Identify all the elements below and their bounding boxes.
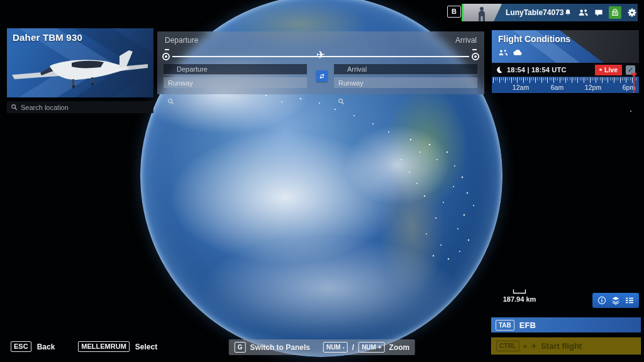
flight-conditions-panel[interactable]: Flight Conditions 18:54 | 18:54 UTC Live… (492, 30, 639, 93)
background-star (630, 111, 631, 112)
swap-arrows-icon (318, 72, 326, 80)
start-flight-button[interactable]: CTRL + ✈ Start flight (491, 337, 641, 354)
weather-cloud-icon (513, 49, 523, 56)
chat-icon[interactable] (594, 9, 603, 17)
live-label: Live (604, 66, 618, 74)
info-icon[interactable] (597, 296, 606, 305)
settings-gear-icon[interactable] (627, 8, 637, 18)
switch-to-panels-label: Switch to Panels (250, 343, 310, 352)
back-label: Back (37, 343, 55, 351)
timeline-label-12am: 12am (513, 84, 529, 91)
bottom-center-hints: G Switch to Panels NUM - / NUM + Zoom (229, 339, 415, 355)
aircraft-image (11, 45, 150, 97)
panels-key-hint: G (235, 342, 246, 353)
takeoff-plane-icon: ✈ (530, 341, 538, 351)
profile-key-hint: B (447, 6, 461, 18)
back-key-hint: ESC (11, 341, 31, 352)
departure-route-endpoint[interactable] (162, 53, 170, 60)
efb-key-hint: TAB (496, 320, 514, 331)
timeline-ticks (493, 77, 638, 83)
time-of-day-slider[interactable]: 12am 6am 12pm 6pm (492, 77, 639, 93)
multiplayer-icon (498, 49, 508, 56)
scale-distance-label: 187.94 km (491, 295, 548, 303)
timeline-current-marker[interactable] (633, 77, 635, 93)
departure-runway-input[interactable] (164, 77, 307, 88)
arrival-runway-input[interactable] (334, 77, 477, 88)
bottom-left-hints: ESC Back MELLEMRUM Select (11, 341, 157, 352)
departure-section-label: Departure (165, 36, 198, 45)
zoom-out-key-hint: NUM - (323, 342, 348, 353)
search-location-bar[interactable]: Search location (7, 101, 153, 113)
departure-input[interactable] (164, 64, 307, 75)
arrival-route-endpoint[interactable] (472, 53, 479, 60)
marketplace-icon[interactable]: FS (609, 6, 621, 19)
zoom-label: Zoom (389, 343, 410, 352)
map-scale: 187.94 km (491, 289, 548, 303)
aircraft-name: Daher TBM 930 (13, 32, 82, 43)
time-row: 18:54 | 18:54 UTC Live ✓ (492, 63, 639, 77)
live-weather-badge[interactable]: Live (595, 65, 622, 75)
scale-bracket-icon (513, 289, 526, 294)
zoom-in-key-hint: NUM + (358, 342, 384, 353)
search-icon (11, 104, 18, 111)
map-layers-icon[interactable] (611, 296, 620, 305)
efb-label: EFB (519, 321, 536, 330)
aircraft-card[interactable]: Daher TBM 930 (7, 28, 153, 97)
current-time: 18:54 | 18:54 UTC (507, 66, 567, 74)
timeline-label-12pm: 12pm (585, 84, 601, 91)
start-flight-label: Start flight (541, 341, 582, 351)
arrival-slider-mark (472, 49, 477, 50)
select-key-hint: MELLEMRUM (78, 341, 130, 352)
select-label: Select (135, 343, 157, 351)
arrival-section-label: Arrival (455, 36, 477, 45)
flight-conditions-header: Flight Conditions (492, 30, 639, 63)
map-tools-pill (592, 293, 639, 308)
flight-planner-panel: Departure Arrival ✈ (157, 31, 484, 94)
arrival-input[interactable] (334, 64, 477, 75)
map-legend-icon[interactable] (625, 297, 634, 304)
search-location-placeholder: Search location (21, 104, 69, 111)
notifications-icon[interactable] (564, 8, 572, 17)
username: LunyTable74073 (506, 8, 564, 17)
departure-slider-mark (165, 49, 169, 50)
live-dot-icon (599, 69, 602, 71)
efb-button[interactable]: TAB EFB (491, 317, 641, 332)
moon-night-icon (496, 66, 503, 74)
separator: / (352, 343, 354, 352)
plus-sign: + (523, 343, 527, 350)
friends-icon[interactable] (578, 8, 589, 17)
start-flight-key-hint: CTRL (496, 341, 519, 351)
pilot-avatar-figure (475, 6, 489, 21)
svg-text:FS: FS (614, 12, 618, 15)
swap-departure-arrival-button[interactable] (316, 70, 328, 82)
route-airplane-icon: ✈ (314, 48, 328, 63)
timeline-label-6am: 6am (551, 84, 564, 91)
flight-conditions-title: Flight Conditions (498, 34, 570, 44)
